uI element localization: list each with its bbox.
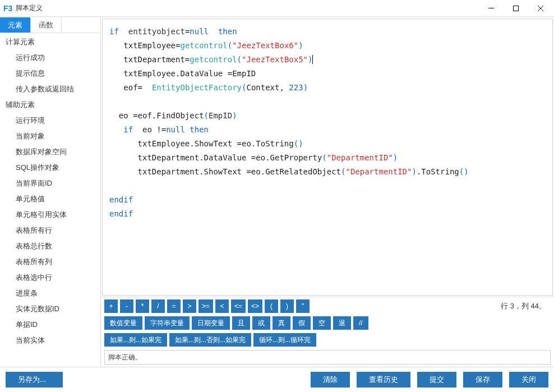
code-token: eo =eof.FindObject: [109, 111, 204, 120]
op-gt[interactable]: >: [183, 299, 196, 313]
code-token: "DepartmentID": [327, 153, 393, 162]
op-ifthen[interactable]: 如果...则...如果完: [104, 333, 167, 347]
op-row-1: + - * / = > >= < <= <> ( ) " 行 3，列 44。: [104, 299, 551, 313]
text-caret: [312, 55, 313, 64]
title-bar: F3 脚本定义: [0, 0, 554, 17]
op-multiply[interactable]: *: [136, 299, 149, 313]
op-true[interactable]: 真: [273, 316, 290, 330]
op-lparen[interactable]: (: [265, 299, 278, 313]
maximize-button[interactable]: [504, 1, 528, 16]
op-loop[interactable]: 循环...则...循环完: [253, 333, 316, 347]
code-token: "DepartmentID": [345, 167, 412, 176]
op-lte[interactable]: <=: [231, 299, 246, 313]
code-token: endif: [109, 209, 133, 218]
tree-item[interactable]: 运行环境: [0, 113, 100, 128]
tree-item[interactable]: 实体元数据ID: [0, 301, 100, 317]
tree-item[interactable]: 单据ID: [0, 317, 100, 333]
code-token: txtDepartment.DataValue =eo.GetProperty: [109, 153, 322, 162]
code-token: txtEmployee.ShowText =eo.ToString: [109, 139, 294, 148]
code-token: "JeezTextBox6": [232, 41, 298, 50]
code-token: .ToString: [417, 167, 459, 176]
tree-item[interactable]: 当前对象: [0, 128, 100, 144]
submit-button[interactable]: 提交: [417, 372, 456, 388]
operator-toolbar: + - * / = > >= < <= <> ( ) " 行 3，列 44。 数…: [101, 297, 554, 367]
code-token: txtEmployee: [109, 41, 176, 50]
code-token: getcontrol: [190, 55, 237, 64]
code-token: txtDepartment.ShowText =eo.GetRelatedObj…: [109, 167, 341, 176]
tree-item[interactable]: 单元格值: [0, 191, 100, 207]
editor-pane: if entityobject=null then txtEmployee=ge…: [101, 17, 554, 367]
op-neq[interactable]: <>: [248, 299, 262, 313]
op-strvar[interactable]: 字符串变量: [145, 316, 190, 330]
code-token: EmpID: [209, 111, 232, 120]
tree-item[interactable]: 提示信息: [0, 66, 100, 81]
op-empty[interactable]: 空: [313, 316, 331, 330]
op-or[interactable]: 或: [252, 316, 270, 330]
code-token: "JeezTextBox5": [242, 55, 308, 64]
tree-item[interactable]: 单元格引用实体: [0, 207, 100, 223]
history-button[interactable]: 查看历史: [357, 372, 410, 388]
tree-item[interactable]: 运行成功: [0, 50, 100, 66]
minimize-button[interactable]: [479, 1, 504, 16]
op-row-2: 数值变量 字符串变量 日期变量 且 或 真 假 空 退 //: [104, 316, 551, 330]
footer-bar: 另存为... 清除 查看历史 提交 保存 关闭: [0, 367, 554, 392]
close-button[interactable]: 关闭: [509, 372, 548, 388]
code-token: then: [218, 27, 237, 36]
code-token: then: [185, 125, 209, 134]
code-token: endif: [109, 195, 133, 204]
code-token: eof: [109, 83, 138, 92]
code-token: if: [109, 125, 133, 134]
tree-item[interactable]: 当前实体: [0, 333, 100, 348]
code-token: entityobject: [128, 27, 185, 36]
op-datevar[interactable]: 日期变量: [192, 316, 230, 330]
code-token: if: [109, 27, 119, 36]
op-row-3: 如果...则...如果完 如果...则...否则...如果完 循环...则...…: [104, 333, 551, 347]
save-as-button[interactable]: 另存为...: [6, 372, 63, 388]
op-divide[interactable]: /: [151, 299, 165, 313]
svg-rect-0: [488, 8, 494, 8]
op-gte[interactable]: >=: [198, 299, 213, 313]
tree-item[interactable]: 进度条: [0, 285, 100, 301]
op-comment[interactable]: //: [353, 316, 368, 330]
tab-functions[interactable]: 函数: [31, 17, 62, 33]
tree-item[interactable]: SQL操作对象: [0, 160, 100, 176]
code-token: Context: [246, 83, 279, 92]
code-token: 223: [289, 83, 303, 92]
code-token: null: [190, 27, 209, 36]
op-ifelse[interactable]: 如果...则...否则...如果完: [169, 333, 251, 347]
op-eq[interactable]: =: [167, 299, 181, 313]
element-tree[interactable]: 计算元素 运行成功 提示信息 传入参数或返回结 辅助元素 运行环境 当前对象 数…: [0, 33, 100, 367]
code-token: null: [166, 125, 185, 134]
tree-item[interactable]: 当前界面ID: [0, 176, 100, 191]
code-token: ,: [279, 83, 289, 92]
close-window-button[interactable]: [528, 1, 553, 16]
svg-rect-1: [514, 6, 519, 11]
op-rparen[interactable]: ): [280, 299, 294, 313]
sidebar: 元素 函数 计算元素 运行成功 提示信息 传入参数或返回结 辅助元素 运行环境 …: [0, 17, 101, 367]
op-and[interactable]: 且: [232, 316, 250, 330]
save-button[interactable]: 保存: [463, 372, 502, 388]
clear-button[interactable]: 清除: [311, 372, 350, 388]
op-plus[interactable]: +: [104, 299, 118, 313]
app-icon: F3: [3, 4, 12, 13]
code-editor[interactable]: if entityobject=null then txtEmployee=ge…: [102, 19, 553, 296]
code-token: getcontrol: [180, 41, 227, 50]
op-lt[interactable]: <: [215, 299, 229, 313]
tree-item[interactable]: 表格所有行: [0, 223, 100, 238]
tree-item[interactable]: 表格选中行: [0, 270, 100, 285]
tree-item[interactable]: 表格总行数: [0, 238, 100, 254]
tree-item[interactable]: 数据库对象空间: [0, 144, 100, 160]
tree-group-calc[interactable]: 计算元素: [0, 34, 100, 50]
op-numvar[interactable]: 数值变量: [104, 316, 142, 330]
op-return[interactable]: 退: [333, 316, 351, 330]
tab-elements[interactable]: 元素: [0, 17, 31, 33]
code-token: EntityObjectFactory: [152, 83, 242, 92]
op-quote[interactable]: ": [296, 299, 310, 313]
op-false[interactable]: 假: [293, 316, 311, 330]
code-token: txtDepartment: [109, 55, 185, 64]
tree-item[interactable]: 传入参数或返回结: [0, 81, 100, 97]
tree-group-aux[interactable]: 辅助元素: [0, 97, 100, 113]
code-token: txtEmployee.DataValue =EmpID: [109, 69, 256, 78]
op-minus[interactable]: -: [120, 299, 133, 313]
tree-item[interactable]: 表格所有列: [0, 254, 100, 270]
